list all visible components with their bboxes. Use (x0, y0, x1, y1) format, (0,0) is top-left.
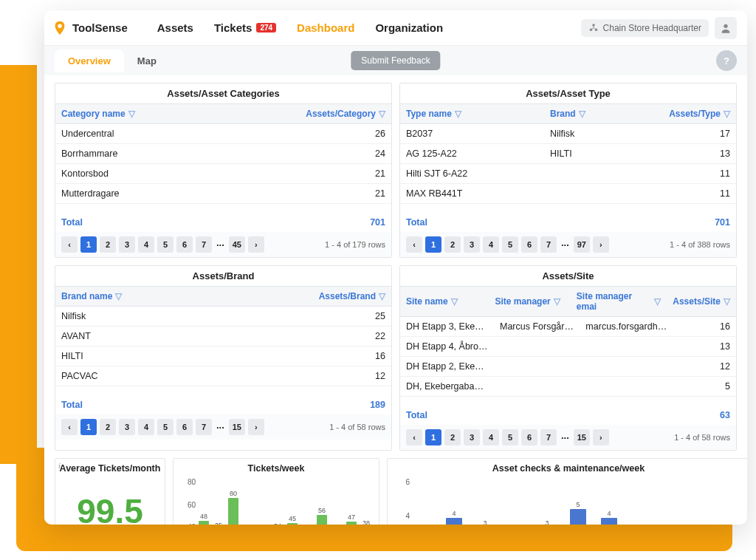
pager-page[interactable]: 7 (540, 429, 557, 445)
table-body: B2037Nilfisk17AG 125-A22HILTI13Hilti SJT… (400, 124, 736, 204)
table-row[interactable]: Kontorsbod21 (55, 164, 391, 184)
table-row[interactable]: HILTI16 (55, 346, 391, 366)
pager-page[interactable]: 5 (502, 236, 518, 253)
pager-last[interactable]: 15 (574, 429, 590, 445)
filter-icon: ▽ (579, 109, 585, 119)
pager-page[interactable]: 5 (502, 429, 518, 445)
nav-assets[interactable]: Assets (157, 21, 193, 34)
pager-page[interactable]: 3 (119, 236, 135, 253)
pager-prev[interactable]: ‹ (61, 419, 78, 435)
pager-page[interactable]: 2 (100, 236, 116, 253)
pager-page[interactable]: 4 (138, 236, 154, 253)
pager-next[interactable]: › (593, 429, 609, 445)
pager-page[interactable]: 1 (80, 419, 97, 435)
dashboard-tabs: Overview Map (55, 49, 170, 72)
checks-week-chart: 642 4 3 3 (388, 478, 747, 525)
pager-page[interactable]: 1 (425, 429, 441, 445)
pager-page[interactable]: 6 (176, 419, 193, 435)
pager-page[interactable]: 3 (119, 419, 135, 435)
pager: ‹1234567···45›1 - 4 of 179 rows (55, 232, 391, 257)
pager-page[interactable]: 7 (196, 419, 212, 435)
chart-bar: 48 (199, 513, 209, 525)
logo: ToolSense (52, 20, 128, 36)
card-title: Asset checks & maintenance/week (388, 459, 747, 478)
table-row[interactable]: Nilfisk25 (55, 307, 391, 327)
nav-dashboard[interactable]: Dashboard (297, 21, 354, 34)
info-icon[interactable]: i (58, 462, 61, 470)
table-row[interactable]: DH Etapp 2, Ekeber…12 (400, 357, 736, 377)
col-brand-name[interactable]: Brand name▽ (55, 287, 128, 306)
nav-tickets[interactable]: Tickets 274 (214, 21, 276, 34)
col-type-name[interactable]: Type name▽ (400, 104, 544, 123)
tab-overview[interactable]: Overview (55, 49, 124, 72)
table-row[interactable]: Mutterdragare21 (55, 184, 391, 204)
pager-next[interactable]: › (248, 419, 264, 435)
table-row[interactable]: AVANT22 (55, 327, 391, 346)
pager-page[interactable]: 2 (444, 429, 461, 445)
card-title: Assets/Asset Type (400, 83, 736, 104)
chart-bar: 38 (361, 519, 371, 525)
pager-page[interactable]: 2 (100, 419, 116, 435)
pager-next[interactable]: › (248, 236, 264, 253)
table-row[interactable]: B2037Nilfisk17 (400, 124, 736, 144)
pager-page[interactable]: 6 (521, 429, 537, 445)
table-row[interactable]: DH Etapp 4, Åbrovä…13 (400, 337, 736, 357)
submit-feedback-button[interactable]: Submit Feedback (351, 51, 440, 70)
chart-bar: 3 (475, 519, 495, 525)
pager-page[interactable]: 4 (483, 236, 499, 253)
pager-page[interactable]: 5 (157, 236, 173, 253)
pager-info: 1 - 4 of 179 rows (325, 240, 385, 249)
pager-page[interactable]: 5 (157, 419, 173, 435)
table-row[interactable]: Hilti SJT 6-A2211 (400, 164, 736, 184)
col-brand[interactable]: Brand▽ (544, 104, 640, 123)
col-assets-category[interactable]: Assets/Category▽ (300, 104, 391, 123)
pager-page[interactable]: 4 (483, 429, 499, 445)
user-menu-button[interactable] (715, 17, 737, 39)
tab-map[interactable]: Map (124, 49, 170, 72)
table-row[interactable]: MAX RB441T11 (400, 184, 736, 204)
pager-page[interactable]: 3 (464, 429, 480, 445)
pager-page[interactable]: 2 (444, 236, 461, 253)
table-row[interactable]: DH, Ekebergabacke…5 (400, 377, 736, 397)
table-header: Brand name▽ Assets/Brand▽ (55, 287, 391, 307)
pager-page[interactable]: 7 (540, 236, 557, 253)
col-assets-type[interactable]: Assets/Type▽ (640, 104, 736, 123)
pager-prev[interactable]: ‹ (61, 236, 78, 253)
pager-page[interactable]: 1 (425, 236, 441, 253)
pager-page[interactable]: 1 (80, 236, 97, 253)
pager-page[interactable]: 7 (196, 236, 212, 253)
nav-organization[interactable]: Organization (375, 21, 443, 34)
col-site-name[interactable]: Site name▽ (400, 287, 489, 316)
pager-page[interactable]: 6 (521, 236, 537, 253)
pager-last[interactable]: 45 (229, 236, 245, 253)
pager-last[interactable]: 15 (229, 419, 245, 435)
pager-last[interactable]: 97 (574, 236, 590, 253)
col-assets-site[interactable]: Assets/Site▽ (667, 287, 736, 316)
table-header: Type name▽ Brand▽ Assets/Type▽ (400, 104, 736, 124)
pager-prev[interactable]: ‹ (406, 429, 422, 445)
table-row[interactable]: AG 125-A22HILTI13 (400, 144, 736, 164)
chart-bar: 5 (568, 501, 588, 525)
tickets-badge: 274 (256, 23, 276, 33)
table-row[interactable]: DH Etapp 3, Ekeber…Marcus Forsgårdhmarcu… (400, 317, 736, 337)
pager-prev[interactable]: ‹ (406, 236, 422, 253)
pager-page[interactable]: 3 (464, 236, 480, 253)
card-title: Average Tickets/month (55, 459, 165, 478)
pager-page[interactable]: 6 (176, 236, 193, 253)
help-button[interactable]: ? (716, 50, 737, 71)
org-icon (588, 23, 599, 33)
table-row[interactable]: Borrhammare24 (55, 144, 391, 164)
filter-icon: ▽ (554, 296, 560, 307)
table-row[interactable]: Undercentral26 (55, 124, 391, 144)
col-site-manager-email[interactable]: Site manager emai▽ (571, 287, 667, 316)
pager-page[interactable]: 4 (138, 419, 154, 435)
table-footer: Total189 (55, 395, 391, 414)
col-assets-brand[interactable]: Assets/Brand▽ (313, 287, 391, 306)
table-row[interactable]: PACVAC12 (55, 366, 391, 386)
org-selector[interactable]: Chain Store Headquarter (581, 19, 709, 37)
pager: ‹1234567···15›1 - 4 of 58 rows (55, 414, 391, 440)
pager-next[interactable]: › (593, 236, 609, 253)
chart-bar: 34 (272, 522, 283, 525)
col-site-manager[interactable]: Site manager▽ (489, 287, 570, 316)
col-category-name[interactable]: Category name▽ (55, 104, 141, 123)
